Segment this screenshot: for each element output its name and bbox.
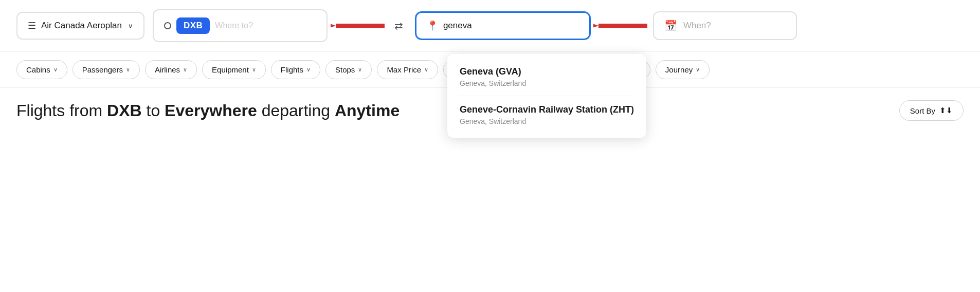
results-title: Flights from DXB to Everywhere departing… xyxy=(16,101,400,120)
hamburger-icon: ☰ xyxy=(28,20,36,31)
filter-stops-label: Stops xyxy=(335,65,355,74)
filter-airlines[interactable]: Airlines ∨ xyxy=(145,60,197,79)
origin-arrow-icon xyxy=(331,12,387,40)
destination-arrow-container xyxy=(593,12,650,40)
filter-passengers-chevron: ∨ xyxy=(126,66,130,73)
dropdown-item-gva[interactable]: Geneva (GVA) Geneva, Switzerland xyxy=(447,58,646,96)
origin-arrow-container xyxy=(331,12,387,40)
sort-by-label: Sort By xyxy=(910,106,935,115)
origin-dot-icon xyxy=(164,22,171,29)
filter-cabins-label: Cabins xyxy=(26,65,50,74)
filter-equipment-label: Equipment xyxy=(212,65,249,74)
origin-field[interactable]: DXB Where to? xyxy=(153,9,328,42)
filter-equipment-chevron: ∨ xyxy=(252,66,256,73)
filter-journey-label: Journey xyxy=(665,65,693,74)
filter-max-price-label: Max Price xyxy=(387,65,421,74)
airline-name: Air Canada Aeroplan xyxy=(41,21,122,31)
airline-chevron-icon: ∨ xyxy=(128,22,133,30)
filter-flights-chevron: ∨ xyxy=(306,66,311,73)
filter-journey[interactable]: Journey ∨ xyxy=(656,60,710,79)
filter-cabins-chevron: ∨ xyxy=(53,66,58,73)
date-placeholder: When? xyxy=(683,21,711,31)
calendar-icon: 📅 xyxy=(664,20,677,32)
airline-selector[interactable]: ☰ Air Canada Aeroplan ∨ xyxy=(16,12,144,40)
dropdown-item-gva-subtitle: Geneva, Switzerland xyxy=(460,79,634,87)
date-field[interactable]: 📅 When? xyxy=(653,11,797,40)
results-destination: Everywhere xyxy=(165,101,257,120)
pin-icon: 📍 xyxy=(427,20,438,31)
swap-icon[interactable]: ⇄ xyxy=(390,20,407,32)
filter-max-price[interactable]: Max Price ∨ xyxy=(377,60,438,79)
origin-badge: DXB xyxy=(176,17,210,34)
filter-airlines-chevron: ∨ xyxy=(183,66,187,73)
filter-equipment[interactable]: Equipment ∨ xyxy=(202,60,266,79)
results-suffix: departing xyxy=(257,101,335,120)
filter-journey-chevron: ∨ xyxy=(696,66,700,73)
results-origin: DXB xyxy=(107,101,142,120)
dropdown-item-zht[interactable]: Geneve-Cornavin Railway Station (ZHT) Ge… xyxy=(447,96,646,134)
destination-field[interactable]: 📍 xyxy=(415,12,590,40)
filter-max-price-chevron: ∨ xyxy=(424,66,428,73)
results-time: Anytime xyxy=(335,101,400,120)
filter-cabins[interactable]: Cabins ∨ xyxy=(16,60,67,79)
filter-stops-chevron: ∨ xyxy=(358,66,362,73)
filter-passengers[interactable]: Passengers ∨ xyxy=(72,60,140,79)
filter-passengers-label: Passengers xyxy=(82,65,123,74)
results-prefix: Flights from xyxy=(16,101,107,120)
filter-stops[interactable]: Stops ∨ xyxy=(325,60,372,79)
destination-input[interactable] xyxy=(443,21,579,31)
results-middle: to xyxy=(142,101,165,120)
top-bar: ☰ Air Canada Aeroplan ∨ DXB Where to? ⇄ … xyxy=(0,0,980,52)
filter-flights[interactable]: Flights ∨ xyxy=(271,60,320,79)
filter-airlines-label: Airlines xyxy=(155,65,180,74)
dropdown-item-zht-title: Geneve-Cornavin Railway Station (ZHT) xyxy=(460,104,634,115)
dropdown-item-zht-subtitle: Geneva, Switzerland xyxy=(460,117,634,125)
sort-by-icon: ⬆⬇ xyxy=(939,106,953,115)
origin-faded-text: Where to? xyxy=(215,21,253,30)
filter-flights-label: Flights xyxy=(281,65,303,74)
autocomplete-dropdown: Geneva (GVA) Geneva, Switzerland Geneve-… xyxy=(447,54,646,138)
dropdown-item-gva-title: Geneva (GVA) xyxy=(460,66,634,77)
sort-by-button[interactable]: Sort By ⬆⬇ xyxy=(899,100,964,121)
destination-arrow-icon xyxy=(593,12,650,40)
